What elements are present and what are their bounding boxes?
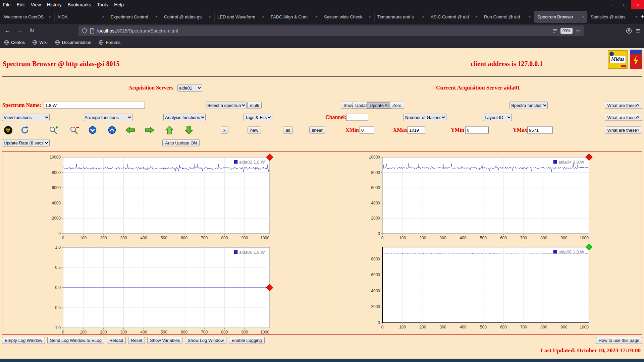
zero-button[interactable]: Zero bbox=[390, 102, 404, 109]
arrow-up-icon[interactable] bbox=[164, 125, 175, 135]
browser-tab[interactable]: Statistics @ aidas× bbox=[588, 11, 640, 23]
spectrum-panel-aida06[interactable]: 010020030040050060070080090010001.00.50.… bbox=[2, 243, 322, 334]
acquisition-server-select[interactable]: aida01 bbox=[177, 84, 202, 92]
view-functions-dropdown[interactable]: View functions bbox=[2, 114, 50, 121]
browser-tab[interactable]: AIDA× bbox=[54, 11, 107, 23]
midas-logo[interactable]: Midas bbox=[608, 50, 628, 69]
spectrum-name-input[interactable] bbox=[44, 102, 145, 109]
browser-tab[interactable]: System wide Check× bbox=[321, 11, 374, 23]
browser-tab[interactable]: Control @ aidas-gsi× bbox=[161, 11, 214, 23]
select-spectrum-dropdown[interactable]: Select a spectrum bbox=[206, 102, 247, 109]
account-icon[interactable] bbox=[626, 28, 632, 34]
menu-history[interactable]: History bbox=[44, 2, 65, 7]
all-button[interactable]: all bbox=[283, 127, 293, 134]
tracking-shield-icon[interactable] bbox=[82, 28, 87, 34]
zoom-in-icon[interactable] bbox=[48, 125, 59, 135]
tab-close-icon[interactable]: × bbox=[49, 14, 51, 19]
layout-id-dropdown[interactable]: Layout ID=8 bbox=[483, 114, 512, 121]
browser-tab[interactable]: FADC Align & Cont× bbox=[268, 11, 320, 23]
browser-tab[interactable]: Welcome to CentOS× bbox=[1, 11, 54, 23]
xmin-input[interactable] bbox=[360, 127, 374, 134]
new-tab-button[interactable]: + bbox=[641, 13, 644, 20]
close-button[interactable]: × bbox=[631, 0, 644, 9]
radiation-icon[interactable]: ☢ bbox=[3, 125, 13, 135]
tab-close-icon[interactable]: × bbox=[422, 14, 424, 19]
app-menu-icon[interactable]: ≡ bbox=[636, 27, 640, 35]
bookmark-forums[interactable]: Forums bbox=[99, 40, 120, 45]
what-are-these-button[interactable]: What are these? bbox=[605, 114, 642, 121]
browser-tab[interactable]: ASIC Control @ aid× bbox=[428, 11, 480, 23]
url-bar[interactable]: localhost:8015/Spectrum/Spectrum.tml 90%… bbox=[78, 25, 584, 36]
tab-close-icon[interactable]: × bbox=[635, 14, 638, 19]
tab-close-icon[interactable]: × bbox=[529, 14, 531, 19]
tab-close-icon[interactable]: × bbox=[209, 14, 211, 19]
spectrum-panel-aida04[interactable]: 0100200300400500600700800900100002000400… bbox=[322, 152, 642, 243]
reader-view-icon[interactable] bbox=[552, 28, 557, 33]
menu-view[interactable]: View bbox=[28, 2, 44, 7]
update-rate-dropdown[interactable]: Update Rate (8 secs) bbox=[2, 139, 50, 146]
bookmark-wiki[interactable]: Wiki bbox=[32, 40, 48, 45]
zoom-level-badge[interactable]: 90% bbox=[560, 28, 573, 34]
arrow-left-icon[interactable] bbox=[125, 125, 136, 135]
send-log-window-to-elog-button[interactable]: Send Log Window to ELog bbox=[47, 337, 104, 344]
channel-input[interactable] bbox=[346, 114, 368, 121]
menu-file[interactable]: File bbox=[0, 2, 14, 7]
what-are-these-button[interactable]: What are these? bbox=[605, 102, 642, 109]
tags-fits-dropdown[interactable]: Tags & Fits bbox=[244, 114, 272, 121]
tab-close-icon[interactable]: × bbox=[102, 14, 104, 19]
browser-tab[interactable]: LED and Waveform× bbox=[214, 11, 267, 23]
bookmark-documentation[interactable]: Documentation bbox=[55, 40, 91, 45]
powered-by-logo[interactable] bbox=[630, 50, 642, 69]
tab-close-icon[interactable]: × bbox=[369, 14, 371, 19]
reset-button[interactable]: Reset bbox=[128, 337, 145, 344]
show-log-window-button[interactable]: Show Log Window bbox=[185, 337, 226, 344]
tab-close-icon[interactable]: × bbox=[475, 14, 478, 19]
menu-bookmarks[interactable]: Bookmarks bbox=[64, 2, 94, 7]
maximize-button[interactable]: □ bbox=[619, 0, 631, 9]
x-button[interactable]: x bbox=[221, 127, 228, 134]
auto-update-button[interactable]: Auto Update ON bbox=[162, 139, 200, 146]
page-down-icon[interactable] bbox=[87, 125, 98, 135]
page-info-icon[interactable] bbox=[90, 28, 95, 34]
linear-button[interactable]: linear bbox=[309, 127, 325, 134]
reload-button[interactable]: ↻ bbox=[27, 26, 37, 36]
ymax-input[interactable] bbox=[527, 127, 553, 134]
bookmark-centos[interactable]: Centos bbox=[4, 40, 25, 45]
new-button[interactable]: new bbox=[248, 127, 261, 134]
arrow-right-icon[interactable] bbox=[144, 125, 155, 135]
browser-tab[interactable]: Temperature and s× bbox=[374, 11, 427, 23]
galleries-dropdown[interactable]: Number of Galleries bbox=[404, 114, 446, 121]
back-button[interactable]: ← bbox=[3, 26, 13, 36]
tab-close-icon[interactable]: × bbox=[262, 14, 264, 19]
tab-close-icon[interactable]: × bbox=[155, 14, 158, 19]
spectra-functions-dropdown[interactable]: Spectra functions bbox=[509, 102, 548, 109]
empty-log-window-button[interactable]: Empty Log Window bbox=[2, 337, 45, 344]
update-all-button[interactable]: Update All bbox=[367, 102, 392, 109]
zoom-out-icon[interactable] bbox=[69, 125, 80, 135]
bookmark-star-icon[interactable]: ☆ bbox=[576, 27, 580, 34]
enable-logging-button[interactable]: Enable Logging bbox=[229, 337, 264, 344]
xmax-input[interactable] bbox=[408, 127, 425, 134]
browser-tab[interactable]: Spectrum Browser× bbox=[534, 11, 587, 23]
menu-help[interactable]: Help bbox=[111, 2, 127, 7]
spectrum-panel-aida08[interactable]: 0100200300400500600700800900100002000400… bbox=[322, 243, 642, 334]
browser-tab[interactable]: Experiment Control× bbox=[108, 11, 160, 23]
ymin-input[interactable] bbox=[465, 127, 489, 134]
page-up-icon[interactable] bbox=[107, 125, 117, 135]
reload-button[interactable]: Reload bbox=[107, 337, 126, 344]
show-variables-button[interactable]: Show Variables bbox=[147, 337, 182, 344]
how-to-use-button[interactable]: How to use this page bbox=[596, 337, 642, 344]
minimize-button[interactable]: – bbox=[606, 0, 619, 9]
analysis-functions-dropdown[interactable]: Analysis functions bbox=[163, 114, 206, 121]
forward-button[interactable]: → bbox=[15, 26, 25, 36]
browser-tab[interactable]: Run Control @ aid× bbox=[481, 11, 534, 23]
spectrum-panel-aida02[interactable]: 0100200300400500600700800900100002000400… bbox=[2, 152, 322, 243]
refresh-icon[interactable] bbox=[19, 125, 30, 135]
tab-close-icon[interactable]: × bbox=[582, 14, 584, 19]
arrow-down-icon[interactable] bbox=[183, 125, 194, 135]
arrange-functions-dropdown[interactable]: Arrange functions bbox=[83, 114, 132, 121]
what-are-these-button[interactable]: What are these? bbox=[605, 127, 642, 134]
tab-close-icon[interactable]: × bbox=[315, 14, 318, 19]
menu-edit[interactable]: Edit bbox=[14, 2, 28, 7]
multi-button[interactable]: multi bbox=[247, 102, 262, 109]
